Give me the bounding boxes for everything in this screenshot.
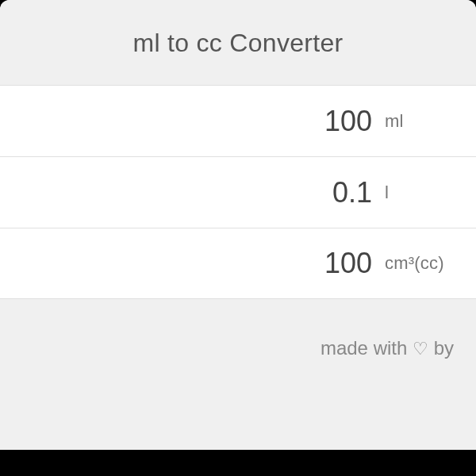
- converter-panel: ml to cc Converter ml l cm³(cc) made wit…: [0, 0, 476, 450]
- unit-l[interactable]: l: [382, 182, 460, 203]
- unit-ml[interactable]: ml: [382, 111, 460, 132]
- footer-suffix: by: [428, 337, 454, 359]
- converter-rows: ml l cm³(cc): [0, 85, 476, 299]
- footer: made with ♡ by: [0, 299, 476, 450]
- footer-prefix: made with: [321, 337, 413, 359]
- row-l: l: [0, 156, 476, 228]
- heart-icon: ♡: [413, 339, 428, 359]
- header: ml to cc Converter: [0, 0, 476, 85]
- input-l[interactable]: [16, 176, 382, 209]
- row-cc: cm³(cc): [0, 228, 476, 299]
- page-title: ml to cc Converter: [16, 29, 460, 58]
- footer-text: made with ♡ by: [321, 337, 454, 359]
- input-cc[interactable]: [16, 247, 382, 280]
- row-ml: ml: [0, 85, 476, 156]
- input-ml[interactable]: [16, 105, 382, 138]
- unit-cc[interactable]: cm³(cc): [382, 253, 460, 274]
